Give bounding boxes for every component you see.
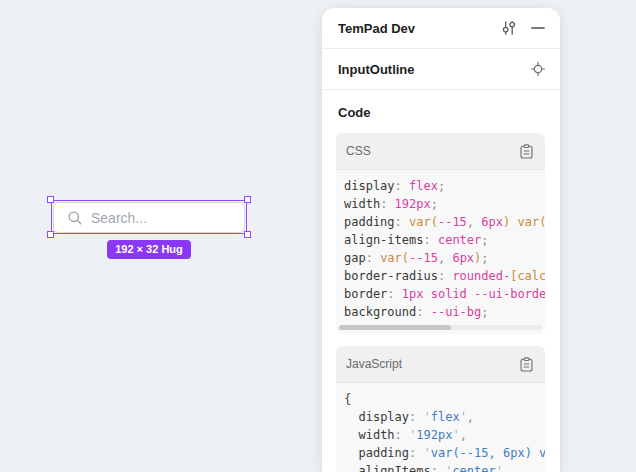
selection-handle-top-right[interactable]	[244, 196, 251, 203]
copy-clipboard-icon[interactable]	[518, 143, 534, 159]
panel-header: TemPad Dev	[322, 8, 560, 49]
javascript-code[interactable]: { display: 'flex', width: '192px', paddi…	[336, 383, 545, 472]
code-line: background: --ui-bg;	[344, 303, 545, 321]
selection-handle-bottom-right[interactable]	[244, 231, 251, 238]
selected-component[interactable]: Search... 192 × 32 Hug	[51, 200, 247, 234]
javascript-code-block: JavaScript { display: 'flex', width: '19…	[336, 346, 545, 472]
css-block-header: CSS	[336, 133, 545, 170]
crosshair-locate-icon[interactable]	[530, 61, 546, 77]
code-line: padding: 'var(--15, 6px) var	[344, 444, 545, 462]
panel-title: TemPad Dev	[338, 21, 501, 36]
code-line: gap: var(--15, 6px);	[344, 249, 545, 267]
code-line: {	[344, 390, 545, 408]
component-name: InputOutline	[338, 62, 530, 77]
code-line: border-radius: rounded-[calc(va	[344, 267, 545, 285]
code-line: align-items: center;	[344, 231, 545, 249]
copy-clipboard-icon[interactable]	[518, 356, 534, 372]
css-block-label: CSS	[346, 144, 518, 158]
code-line: padding: var(--15, 6px) var(--	[344, 213, 545, 231]
css-code[interactable]: display: flex;width: 192px;padding: var(…	[336, 170, 545, 321]
search-placeholder: Search...	[91, 210, 147, 226]
selection-handle-top-left[interactable]	[47, 196, 54, 203]
size-badge: 192 × 32 Hug	[107, 240, 191, 259]
code-line: width: 192px;	[344, 195, 545, 213]
javascript-block-label: JavaScript	[346, 357, 518, 371]
horizontal-scrollbar-thumb[interactable]	[339, 325, 451, 330]
selection-handle-bottom-left[interactable]	[47, 231, 54, 238]
code-line: display: 'flex',	[344, 408, 545, 426]
code-line: border: 1px solid --ui-border-s	[344, 285, 545, 303]
magnifier-icon	[67, 210, 83, 226]
minimize-icon[interactable]	[530, 20, 546, 36]
horizontal-scrollbar	[339, 325, 542, 330]
code-line: display: flex;	[344, 177, 545, 195]
code-line: width: '192px',	[344, 426, 545, 444]
javascript-block-header: JavaScript	[336, 346, 545, 383]
code-section-label: Code	[338, 105, 544, 120]
component-row: InputOutline	[322, 49, 560, 90]
tempad-dev-panel: TemPad Dev InputOutline	[322, 8, 560, 472]
search-input-element[interactable]: Search...	[53, 202, 245, 233]
code-line: alignItems: 'center',	[344, 462, 545, 472]
sliders-icon[interactable]	[501, 20, 517, 36]
css-code-block: CSS display: flex;width: 192px;padding: …	[336, 133, 545, 334]
